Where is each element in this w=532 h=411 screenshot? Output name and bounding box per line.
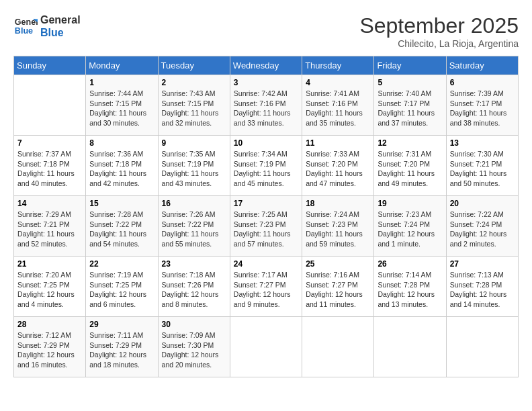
calendar-cell: 4Sunrise: 7:41 AMSunset: 7:16 PMDaylight…	[302, 75, 374, 136]
page-header: General Blue General Blue September 2025…	[13, 13, 519, 49]
calendar-cell: 20Sunrise: 7:22 AMSunset: 7:24 PMDayligh…	[446, 196, 518, 257]
day-info: Sunrise: 7:23 AMSunset: 7:24 PMDaylight:…	[378, 210, 442, 249]
day-info: Sunrise: 7:13 AMSunset: 7:28 PMDaylight:…	[450, 270, 515, 310]
day-info: Sunrise: 7:17 AMSunset: 7:27 PMDaylight:…	[234, 270, 298, 310]
day-info: Sunrise: 7:14 AMSunset: 7:28 PMDaylight:…	[378, 270, 442, 310]
calendar-cell: 14Sunrise: 7:29 AMSunset: 7:21 PMDayligh…	[14, 196, 86, 257]
calendar-cell: 1Sunrise: 7:44 AMSunset: 7:15 PMDaylight…	[86, 75, 158, 136]
logo: General Blue General Blue	[13, 13, 81, 39]
day-info: Sunrise: 7:43 AMSunset: 7:15 PMDaylight:…	[162, 89, 226, 128]
calendar-cell: 29Sunrise: 7:11 AMSunset: 7:29 PMDayligh…	[86, 317, 158, 377]
day-header-tuesday: Tuesday	[158, 56, 230, 75]
calendar-header-row: SundayMondayTuesdayWednesdayThursdayFrid…	[14, 56, 519, 75]
day-number: 14	[17, 199, 82, 208]
calendar-cell: 12Sunrise: 7:31 AMSunset: 7:20 PMDayligh…	[374, 136, 446, 196]
day-number: 16	[162, 199, 226, 208]
calendar-cell: 25Sunrise: 7:16 AMSunset: 7:27 PMDayligh…	[302, 257, 374, 317]
day-number: 5	[378, 78, 442, 87]
week-row-1: 1Sunrise: 7:44 AMSunset: 7:15 PMDaylight…	[14, 75, 519, 136]
calendar-cell: 26Sunrise: 7:14 AMSunset: 7:28 PMDayligh…	[374, 257, 446, 317]
calendar-cell: 27Sunrise: 7:13 AMSunset: 7:28 PMDayligh…	[446, 257, 518, 317]
calendar-cell: 5Sunrise: 7:40 AMSunset: 7:17 PMDaylight…	[374, 75, 446, 136]
calendar-cell: 15Sunrise: 7:28 AMSunset: 7:22 PMDayligh…	[86, 196, 158, 257]
day-number: 29	[89, 320, 154, 329]
day-info: Sunrise: 7:18 AMSunset: 7:26 PMDaylight:…	[162, 270, 226, 310]
day-info: Sunrise: 7:22 AMSunset: 7:24 PMDaylight:…	[450, 210, 515, 249]
day-info: Sunrise: 7:42 AMSunset: 7:16 PMDaylight:…	[234, 89, 298, 128]
calendar-cell: 16Sunrise: 7:26 AMSunset: 7:22 PMDayligh…	[158, 196, 230, 257]
calendar-cell: 22Sunrise: 7:19 AMSunset: 7:25 PMDayligh…	[86, 257, 158, 317]
calendar-cell	[230, 317, 302, 377]
day-header-monday: Monday	[86, 56, 158, 75]
logo-icon: General Blue	[13, 14, 38, 38]
svg-text:Blue: Blue	[15, 26, 33, 36]
day-info: Sunrise: 7:31 AMSunset: 7:20 PMDaylight:…	[378, 149, 442, 189]
week-row-3: 14Sunrise: 7:29 AMSunset: 7:21 PMDayligh…	[14, 196, 519, 257]
week-row-2: 7Sunrise: 7:37 AMSunset: 7:18 PMDaylight…	[14, 136, 519, 196]
day-number: 7	[17, 138, 82, 148]
day-info: Sunrise: 7:33 AMSunset: 7:20 PMDaylight:…	[306, 149, 370, 189]
day-number: 12	[378, 138, 442, 148]
day-number: 11	[306, 138, 370, 148]
day-number: 19	[378, 199, 442, 208]
day-info: Sunrise: 7:25 AMSunset: 7:23 PMDaylight:…	[234, 210, 298, 249]
day-info: Sunrise: 7:39 AMSunset: 7:17 PMDaylight:…	[450, 89, 515, 128]
day-number: 15	[89, 199, 154, 208]
calendar-cell: 24Sunrise: 7:17 AMSunset: 7:27 PMDayligh…	[230, 257, 302, 317]
day-info: Sunrise: 7:41 AMSunset: 7:16 PMDaylight:…	[306, 89, 370, 128]
day-info: Sunrise: 7:12 AMSunset: 7:29 PMDaylight:…	[17, 330, 82, 370]
calendar-cell: 19Sunrise: 7:23 AMSunset: 7:24 PMDayligh…	[374, 196, 446, 257]
day-info: Sunrise: 7:29 AMSunset: 7:21 PMDaylight:…	[17, 210, 82, 249]
week-row-4: 21Sunrise: 7:20 AMSunset: 7:25 PMDayligh…	[14, 257, 519, 317]
logo-general: General	[40, 13, 81, 26]
calendar-table: SundayMondayTuesdayWednesdayThursdayFrid…	[13, 56, 519, 377]
day-number: 20	[450, 199, 515, 208]
day-number: 27	[450, 259, 515, 269]
calendar-cell	[302, 317, 374, 377]
calendar-cell: 28Sunrise: 7:12 AMSunset: 7:29 PMDayligh…	[14, 317, 86, 377]
day-number: 13	[450, 138, 515, 148]
day-number: 9	[162, 138, 226, 148]
day-info: Sunrise: 7:19 AMSunset: 7:25 PMDaylight:…	[89, 270, 154, 310]
calendar-cell: 9Sunrise: 7:35 AMSunset: 7:19 PMDaylight…	[158, 136, 230, 196]
day-info: Sunrise: 7:16 AMSunset: 7:27 PMDaylight:…	[306, 270, 370, 310]
day-info: Sunrise: 7:24 AMSunset: 7:23 PMDaylight:…	[306, 210, 370, 249]
calendar-cell: 17Sunrise: 7:25 AMSunset: 7:23 PMDayligh…	[230, 196, 302, 257]
day-number: 6	[450, 78, 515, 87]
calendar-cell: 6Sunrise: 7:39 AMSunset: 7:17 PMDaylight…	[446, 75, 518, 136]
day-info: Sunrise: 7:09 AMSunset: 7:30 PMDaylight:…	[162, 330, 226, 370]
title-block: September 2025 Chilecito, La Rioja, Arge…	[359, 13, 519, 49]
day-info: Sunrise: 7:30 AMSunset: 7:21 PMDaylight:…	[450, 149, 515, 189]
calendar-cell: 13Sunrise: 7:30 AMSunset: 7:21 PMDayligh…	[446, 136, 518, 196]
day-header-saturday: Saturday	[446, 56, 518, 75]
day-number: 18	[306, 199, 370, 208]
calendar-cell: 23Sunrise: 7:18 AMSunset: 7:26 PMDayligh…	[158, 257, 230, 317]
day-info: Sunrise: 7:26 AMSunset: 7:22 PMDaylight:…	[162, 210, 226, 249]
day-number: 3	[234, 78, 298, 87]
calendar-cell: 21Sunrise: 7:20 AMSunset: 7:25 PMDayligh…	[14, 257, 86, 317]
day-number: 2	[162, 78, 226, 87]
day-header-wednesday: Wednesday	[230, 56, 302, 75]
day-number: 30	[162, 320, 226, 329]
day-number: 8	[89, 138, 154, 148]
day-info: Sunrise: 7:37 AMSunset: 7:18 PMDaylight:…	[17, 149, 82, 189]
day-number: 10	[234, 138, 298, 148]
calendar-cell	[14, 75, 86, 136]
calendar-cell: 11Sunrise: 7:33 AMSunset: 7:20 PMDayligh…	[302, 136, 374, 196]
day-info: Sunrise: 7:11 AMSunset: 7:29 PMDaylight:…	[89, 330, 154, 370]
day-header-thursday: Thursday	[302, 56, 374, 75]
day-info: Sunrise: 7:40 AMSunset: 7:17 PMDaylight:…	[378, 89, 442, 128]
day-info: Sunrise: 7:20 AMSunset: 7:25 PMDaylight:…	[17, 270, 82, 310]
day-number: 25	[306, 259, 370, 269]
day-info: Sunrise: 7:28 AMSunset: 7:22 PMDaylight:…	[89, 210, 154, 249]
day-info: Sunrise: 7:35 AMSunset: 7:19 PMDaylight:…	[162, 149, 226, 189]
calendar-cell: 30Sunrise: 7:09 AMSunset: 7:30 PMDayligh…	[158, 317, 230, 377]
day-info: Sunrise: 7:36 AMSunset: 7:18 PMDaylight:…	[89, 149, 154, 189]
day-number: 24	[234, 259, 298, 269]
day-info: Sunrise: 7:34 AMSunset: 7:19 PMDaylight:…	[234, 149, 298, 189]
calendar-cell: 8Sunrise: 7:36 AMSunset: 7:18 PMDaylight…	[86, 136, 158, 196]
day-number: 4	[306, 78, 370, 87]
day-number: 22	[89, 259, 154, 269]
calendar-cell: 3Sunrise: 7:42 AMSunset: 7:16 PMDaylight…	[230, 75, 302, 136]
calendar-cell: 18Sunrise: 7:24 AMSunset: 7:23 PMDayligh…	[302, 196, 374, 257]
